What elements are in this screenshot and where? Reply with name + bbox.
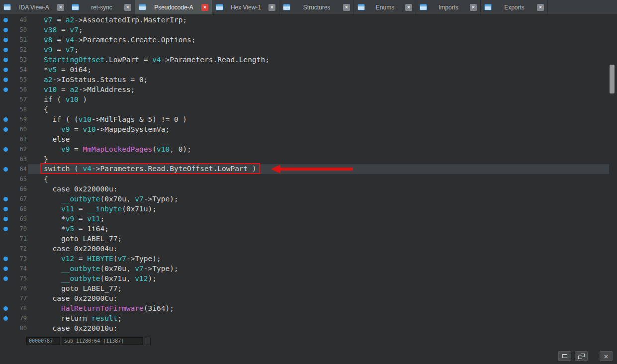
tab-close-icon[interactable]: ×	[470, 4, 477, 11]
code-text: case 0x220000u:	[44, 184, 609, 194]
tab-close-icon[interactable]: ×	[537, 4, 544, 11]
code-line-49[interactable]: 49v7 = a2->AssociatedIrp.MasterIrp;	[0, 15, 609, 25]
tab-structures[interactable]: Structures×	[279, 0, 354, 14]
scrollbar-thumb[interactable]	[610, 65, 615, 93]
code-line-68[interactable]: 68 v11 = __inbyte(0x71u);	[0, 204, 609, 214]
code-line-58[interactable]: 58{	[0, 104, 609, 114]
arrow-shaft	[280, 168, 353, 171]
tab-pseudocode-a[interactable]: Pseudocode-A×	[135, 0, 212, 14]
code-line-72[interactable]: 72 case 0x220004u:	[0, 244, 609, 254]
tab-exports[interactable]: Exports×	[481, 0, 548, 14]
tab-close-icon[interactable]: ×	[268, 4, 275, 11]
code-text: *v5 = 0i64;	[44, 65, 609, 75]
code-line-79[interactable]: 79 return result;	[0, 313, 609, 323]
close-button[interactable]: ×	[600, 351, 613, 361]
code-line-61[interactable]: 61 else	[0, 134, 609, 144]
code-line-52[interactable]: 52v9 = v7;	[0, 45, 609, 55]
line-number: 55	[12, 76, 27, 83]
line-number: 71	[12, 235, 27, 242]
code-text: case 0x22000Cu:	[44, 293, 609, 303]
tab-label: IDA View-A	[11, 4, 57, 11]
code-line-66[interactable]: 66 case 0x220000u:	[0, 184, 609, 194]
code-line-73[interactable]: 73 v12 = HIBYTE(v7->Type);	[0, 254, 609, 264]
code-line-77[interactable]: 77 case 0x22000Cu:	[0, 293, 609, 303]
breakpoint-dot-icon	[3, 147, 8, 152]
code-line-75[interactable]: 75 __outbyte(0x71u, v12);	[0, 273, 609, 283]
code-line-71[interactable]: 71 goto LABEL_77;	[0, 234, 609, 244]
code-line-70[interactable]: 70 *v5 = 1i64;	[0, 224, 609, 234]
code-line-53[interactable]: 53StartingOffset.LowPart = v4->Parameter…	[0, 55, 609, 65]
code-marker-cell	[0, 276, 12, 281]
code-text: *v9 = v11;	[44, 214, 609, 224]
code-line-78[interactable]: 78 HalReturnToFirmware(3i64);	[0, 303, 609, 313]
ret-sync-icon	[72, 4, 79, 10]
tab-close-icon[interactable]: ×	[343, 4, 350, 11]
tab-close-icon[interactable]: ×	[124, 4, 131, 11]
ida-view-icon	[3, 4, 11, 10]
code-marker-cell	[0, 147, 12, 152]
code-line-67[interactable]: 67 __outbyte(0x70u, v7->Type);	[0, 194, 609, 204]
code-marker-cell	[0, 316, 12, 321]
code-line-54[interactable]: 54*v5 = 0i64;	[0, 65, 609, 75]
maximize-button[interactable]	[558, 351, 571, 361]
code-text: case 0x220010u:	[44, 323, 609, 333]
line-number: 70	[12, 225, 27, 232]
code-line-55[interactable]: 55a2->IoStatus.Status = 0;	[0, 75, 609, 85]
line-number: 62	[12, 146, 27, 153]
cascade-button[interactable]	[575, 351, 588, 361]
line-number: 51	[12, 36, 27, 43]
vertical-scrollbar[interactable]	[609, 15, 616, 364]
code-line-76[interactable]: 76 goto LABEL_77;	[0, 283, 609, 293]
tab-close-icon[interactable]: ×	[201, 4, 208, 11]
breakpoint-dot-icon	[3, 58, 8, 62]
code-line-64[interactable]: 64switch ( v4->Parameters.Read.ByteOffse…	[0, 164, 609, 174]
code-text: __outbyte(0x71u, v12);	[44, 273, 609, 283]
status-address-box: 00000787	[26, 337, 60, 345]
code-line-60[interactable]: 60 v9 = v10->MappedSystemVa;	[0, 124, 609, 134]
line-number: 67	[12, 195, 27, 202]
code-line-62[interactable]: 62 v9 = MmMapLockedPages(v10, 0);	[0, 144, 609, 154]
status-location: sub_11280:64 (11387)	[64, 338, 124, 344]
code-text: goto LABEL_77;	[44, 283, 609, 293]
tab-enums[interactable]: Enums×	[354, 0, 416, 14]
code-line-59[interactable]: 59 if ( (v10->MdlFlags & 5) != 0 )	[0, 114, 609, 124]
code-marker-cell	[0, 267, 12, 271]
code-text: if ( (v10->MdlFlags & 5) != 0 )	[44, 114, 609, 124]
code-marker-cell	[0, 197, 12, 201]
code-line-74[interactable]: 74 __outbyte(0x70u, v7->Type);	[0, 264, 609, 273]
code-marker-cell	[0, 257, 12, 261]
code-line-50[interactable]: 50v38 = v7;	[0, 25, 609, 35]
code-line-69[interactable]: 69 *v9 = v11;	[0, 214, 609, 224]
code-line-63[interactable]: 63}	[0, 154, 609, 164]
code-line-80[interactable]: 80 case 0x220010u:	[0, 323, 609, 333]
tab-ret-sync[interactable]: ret-sync×	[68, 0, 135, 14]
code-marker-cell	[0, 217, 12, 221]
code-area[interactable]: 49v7 = a2->AssociatedIrp.MasterIrp;50v38…	[0, 15, 609, 333]
line-number: 49	[12, 16, 27, 23]
code-marker-cell	[0, 117, 12, 122]
line-number: 54	[12, 66, 27, 73]
line-number: 68	[12, 205, 27, 212]
breakpoint-dot-icon	[3, 257, 8, 261]
code-line-56[interactable]: 56v10 = a2->MdlAddress;	[0, 85, 609, 94]
tab-hex-view-1[interactable]: Hex View-1×	[212, 0, 279, 14]
code-text: return result;	[44, 313, 609, 323]
tab-close-icon[interactable]: ×	[405, 4, 412, 11]
code-text: v10 = a2->MdlAddress;	[44, 85, 609, 94]
code-line-51[interactable]: 51v8 = v4->Parameters.Create.Options;	[0, 35, 609, 45]
breakpoint-dot-icon	[3, 28, 8, 32]
tab-imports[interactable]: Imports×	[416, 0, 481, 14]
annotation-red-box: switch ( v4->Parameters.Read.ByteOffset.…	[40, 163, 260, 174]
code-marker-cell	[0, 127, 12, 132]
tab-close-icon[interactable]: ×	[57, 4, 64, 11]
breakpoint-dot-icon	[3, 306, 8, 311]
breakpoint-dot-icon	[3, 68, 8, 72]
tab-ida-view-a[interactable]: IDA View-A×	[0, 0, 68, 14]
breakpoint-dot-icon	[3, 127, 8, 132]
breakpoint-dot-icon	[3, 48, 8, 52]
code-marker-cell	[0, 58, 12, 62]
code-line-57[interactable]: 57if ( v10 )	[0, 94, 609, 104]
code-marker-cell	[0, 78, 12, 82]
code-line-65[interactable]: 65{	[0, 174, 609, 184]
breakpoint-dot-icon	[3, 217, 8, 221]
